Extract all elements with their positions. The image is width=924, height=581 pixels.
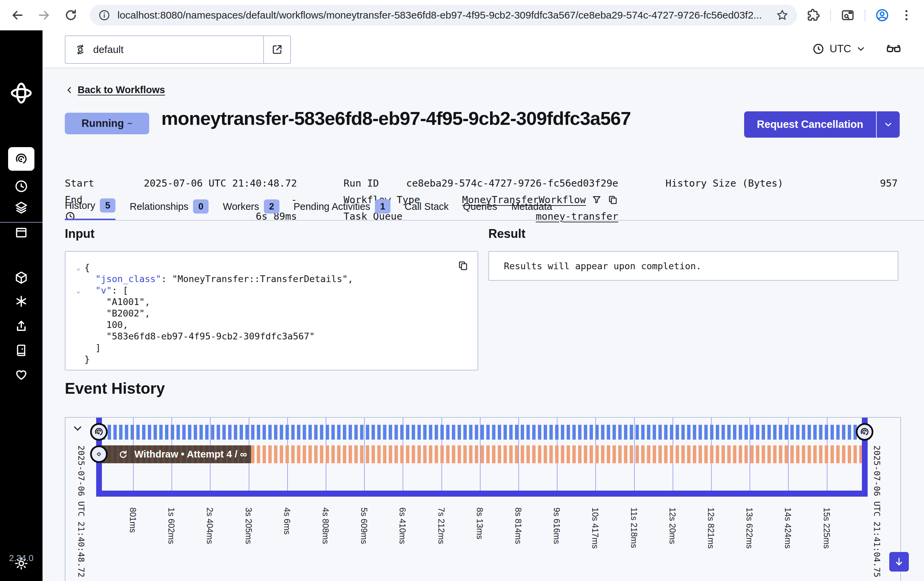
timeline-tick-label: 8s 13ms [475, 507, 485, 539]
tab-workers[interactable]: Workers2 [223, 198, 279, 221]
json-gutter [72, 342, 84, 353]
json-line-text: "json_class": "MoneyTransfer::TransferDe… [84, 273, 353, 285]
sidebar-item-import[interactable] [14, 319, 29, 333]
main-area: default UTC Ba [43, 30, 924, 581]
meta-label: Start [65, 177, 94, 189]
tab-count-badge: 0 [193, 200, 209, 214]
tab-count-badge: 1 [375, 200, 391, 214]
history-size-value: 957 [880, 177, 898, 189]
back-arrow-icon[interactable] [10, 8, 25, 23]
app-sidebar: 2.34.0 [0, 30, 43, 581]
labs-glasses-icon[interactable] [886, 41, 902, 57]
sidebar-item-nexus[interactable] [13, 270, 29, 286]
sidebar-item-workflows[interactable] [8, 147, 35, 171]
tab-metadata[interactable]: Metadata [511, 198, 552, 221]
workflow-tabs: History5Relationships0Workers2Pending Ac… [65, 198, 552, 221]
workflow-start-marker[interactable] [90, 423, 108, 441]
app-version: 2.34.0 [0, 553, 43, 563]
reload-icon[interactable] [63, 8, 78, 23]
json-gutter [72, 353, 84, 365]
request-cancellation-button[interactable]: Request Cancellation [744, 111, 900, 138]
json-line: "json_class": "MoneyTransfer::TransferDe… [72, 273, 467, 285]
json-gutter [72, 319, 84, 331]
namespace-icon [74, 43, 87, 56]
meta-row-history-size: History Size (Bytes) 957 [665, 175, 898, 191]
json-fold-chevron-icon[interactable]: ⌄ [72, 285, 84, 296]
sidebar-item-archive[interactable] [14, 225, 29, 240]
timeline-tick-label: 4s 808ms [321, 507, 330, 544]
json-gutter [72, 308, 84, 319]
sidebar-item-asterisk[interactable] [14, 294, 29, 309]
copy-icon[interactable] [607, 194, 618, 205]
timeline-tick-label: 9s 616ms [552, 507, 561, 544]
json-line-text: { [84, 262, 90, 273]
timeline-tick-label: 15s 225ms [822, 507, 832, 549]
copy-icon[interactable] [457, 260, 469, 271]
tab-history[interactable]: History5 [65, 198, 116, 221]
sidebar-item-deployments[interactable] [13, 200, 29, 215]
workflow-spiral-icon [860, 427, 870, 437]
tab-label: Pending Activities [294, 201, 370, 212]
timeline-tick-label: 801ms [128, 507, 138, 533]
timeline-expand-chevron-icon[interactable] [71, 423, 84, 434]
status-pulse-indicator: ~ [127, 119, 132, 129]
activity-marker[interactable] [90, 446, 108, 463]
toolbar-separator [830, 9, 831, 21]
browser-chrome: localhost:8080/namespaces/default/workfl… [0, 0, 924, 31]
json-fold-chevron-icon[interactable]: ⌄ [72, 262, 84, 273]
request-cancellation-label[interactable]: Request Cancellation [744, 111, 877, 138]
namespace-selector-value[interactable]: default [66, 36, 263, 63]
sidebar-item-feedback[interactable] [14, 367, 29, 382]
timezone-selector[interactable]: UTC [812, 43, 866, 55]
workflow-spiral-icon [94, 427, 104, 437]
input-json-viewer: ⌄{ "json_class": "MoneyTransfer::Transfe… [66, 252, 477, 365]
tabs-divider [65, 220, 924, 221]
json-line-text: "583e6fd8-eb97-4f95-9cb2-309fdfc3a567" [84, 331, 315, 342]
filter-funnel-icon[interactable] [591, 194, 602, 205]
top-bar: default UTC [43, 30, 924, 68]
back-to-workflows-link[interactable]: Back to Workflows [65, 84, 165, 96]
timeline-tick-label: 12s 20ms [668, 507, 677, 544]
json-gutter [72, 296, 84, 308]
tab-pending-activities[interactable]: Pending Activities1 [294, 198, 391, 221]
namespace-selector[interactable]: default [65, 35, 291, 64]
tab-call-stack[interactable]: Call Stack [404, 198, 449, 221]
json-line-text: "B2002", [84, 308, 150, 319]
workflow-execution-span[interactable] [102, 425, 862, 440]
arrow-down-icon [893, 556, 905, 568]
json-line: ] [72, 342, 467, 353]
result-heading: Result [488, 227, 525, 241]
json-line-text: ] [84, 342, 101, 353]
menu-kebab-icon[interactable] [899, 8, 914, 23]
diamond-icon [95, 450, 103, 458]
tab-label: Queries [463, 201, 497, 212]
input-card: ⌄{ "json_class": "MoneyTransfer::Transfe… [65, 251, 478, 370]
status-badge: Running ~ [65, 113, 149, 134]
sidebar-item-schedules[interactable] [14, 179, 29, 194]
timeline-tick-label: 1s 602ms [167, 507, 176, 544]
temporal-logo-icon[interactable] [9, 81, 33, 105]
download-history-button[interactable] [889, 552, 909, 571]
side-panel-icon[interactable] [840, 8, 855, 23]
json-line: ⌄ "v": [ [72, 285, 467, 296]
tab-relationships[interactable]: Relationships0 [130, 198, 209, 221]
sidebar-item-docs[interactable] [14, 343, 29, 358]
url-bar[interactable]: localhost:8080/namespaces/default/workfl… [90, 5, 797, 26]
extensions-icon[interactable] [806, 8, 821, 23]
tab-label: Relationships [130, 201, 188, 212]
timeline-tick-label: 4s 6ms [282, 507, 292, 535]
json-line: 100, [72, 319, 467, 331]
tab-queries[interactable]: Queries [463, 198, 497, 221]
bookmark-star-icon[interactable] [776, 8, 789, 22]
result-placeholder: Results will appear upon completion. [504, 261, 701, 271]
json-line: "A1001", [72, 296, 467, 308]
event-history-heading: Event History [65, 379, 165, 398]
workflow-end-marker[interactable] [856, 423, 873, 441]
namespace-open-button[interactable] [264, 36, 290, 63]
json-line: "583e6fd8-eb97-4f95-9cb2-309fdfc3a567" [72, 331, 467, 342]
forward-arrow-icon[interactable] [36, 8, 51, 23]
site-info-icon[interactable] [98, 9, 111, 21]
cancellation-menu-button[interactable] [877, 111, 900, 138]
profile-icon[interactable] [875, 8, 889, 23]
meta-label: History Size (Bytes) [665, 177, 783, 189]
